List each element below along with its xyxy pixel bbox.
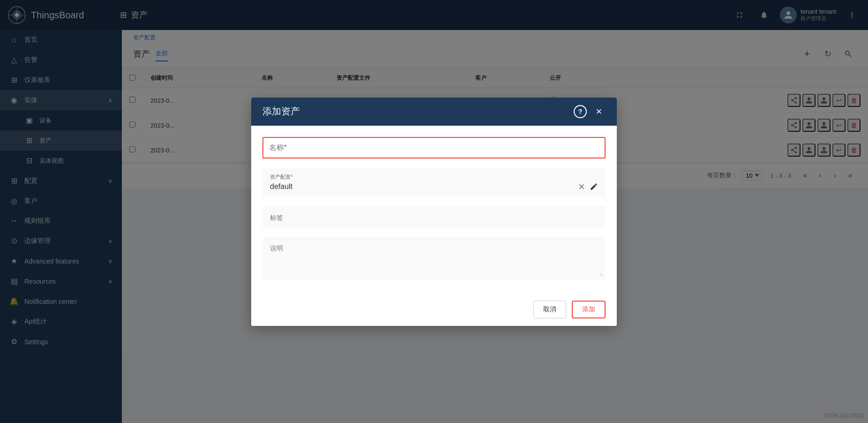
add-button[interactable]: 添加 [572,301,606,318]
dialog-close-button[interactable]: × [592,105,606,118]
dialog-help-button[interactable]: ? [574,105,587,118]
add-asset-dialog: 添加资产 ? × 资产配置* default [251,98,617,326]
tags-input[interactable] [270,214,598,221]
dialog-header: 添加资产 ? × [251,98,617,126]
asset-profile-row: default [270,182,598,191]
name-input[interactable] [269,144,599,152]
dialog-header-actions: ? × [574,105,606,118]
asset-profile-actions [577,182,598,191]
asset-profile-label: 资产配置* [270,174,598,181]
profile-clear-button[interactable] [577,182,586,191]
dialog-overlay[interactable]: 添加资产 ? × 资产配置* default [0,0,868,423]
dialog-footer: 取消 添加 [251,293,617,326]
name-field [262,137,606,159]
asset-profile-value: default [270,182,292,191]
profile-edit-button[interactable] [590,182,598,191]
description-field: ⤡ [262,237,606,280]
resize-handle-icon: ⤡ [599,272,604,278]
description-textarea[interactable] [270,244,598,272]
cancel-button[interactable]: 取消 [533,301,566,318]
tags-field [262,206,606,227]
name-input-wrapper [262,137,606,159]
dialog-title: 添加资产 [262,105,300,118]
dialog-body: 资产配置* default [251,126,617,293]
asset-profile-field: 资产配置* default [262,168,606,196]
